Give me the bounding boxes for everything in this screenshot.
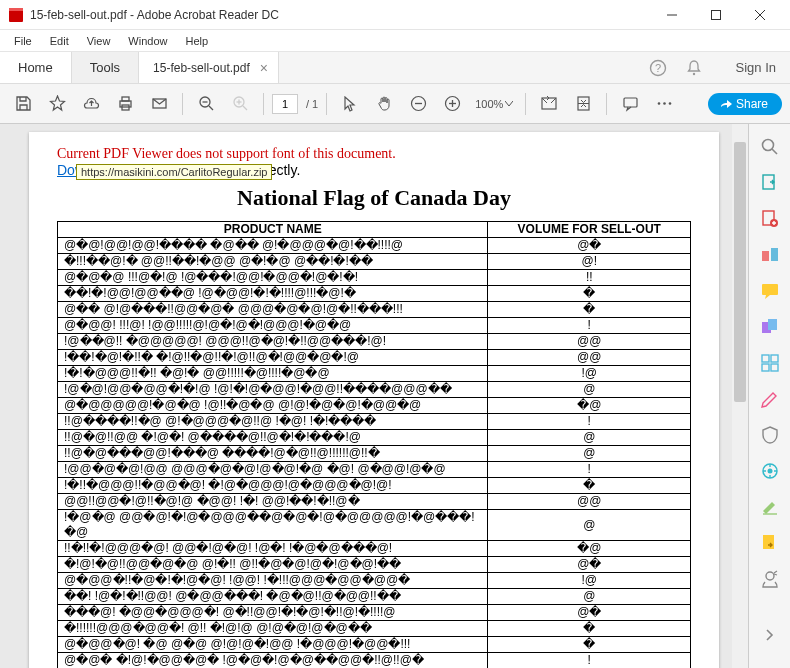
menu-window[interactable]: Window [120, 33, 175, 49]
menu-edit[interactable]: Edit [42, 33, 77, 49]
minus-icon[interactable] [403, 89, 433, 119]
product-cell: @�@@@@@!�@�@ !@!!�@�@ @!@!�@�@!�@@�@ [58, 398, 488, 414]
svg-point-8 [692, 72, 694, 74]
product-cell: !�!�@@@!!�!! �@!� @@!!!!!�@!!!!�@�@ [58, 366, 488, 382]
scrollbar-thumb[interactable] [734, 142, 746, 402]
star-icon[interactable] [42, 89, 72, 119]
svg-rect-45 [771, 364, 778, 371]
fit-width-icon[interactable] [534, 89, 564, 119]
menu-help[interactable]: Help [177, 33, 216, 49]
product-cell: @�@� �!@!�@@�@� !@�@�!@�@��@@�!!@!!@� [58, 653, 488, 669]
minimize-button[interactable] [650, 1, 694, 29]
product-cell: !@@�@�@!@@ @@@�@�@!@�@!�@ �@! @�@@!@�@ [58, 462, 488, 478]
page-number-input[interactable] [272, 94, 298, 114]
more-tools-icon[interactable] [755, 564, 785, 594]
table-row: ��!�!@@!@@��@ !@�@@!�!�!!!!@!!!�@!�� [58, 286, 691, 302]
vertical-scrollbar[interactable] [732, 124, 748, 668]
main-area: Current PDF Viewer does not support font… [0, 124, 790, 668]
send-icon[interactable] [755, 528, 785, 558]
product-cell: @�@@! !!!@! !@@!!!!!@!@�!@�!@@@!�@�@ [58, 318, 488, 334]
table-row: @�� @!@���!!@@�@� @@@�@�@!@�!!���!!!� [58, 302, 691, 318]
table-row: @�@@@@@!�@�@ !@!!�@�@ @!@!�@�@!�@@�@�@ [58, 398, 691, 414]
export-pdf-icon[interactable] [755, 168, 785, 198]
table-row: @@!!@@�!@!!�@!@ �@@! !�! @@!��!�!!@�@@ [58, 494, 691, 510]
svg-point-32 [762, 140, 773, 151]
volume-cell: @ [488, 510, 691, 541]
volume-cell: � [488, 302, 691, 318]
font-warning-text: Current PDF Viewer does not support font… [57, 146, 691, 162]
right-tools-rail [748, 124, 790, 668]
product-cell: ��! !@�!�!!@@! @�@@���! �@�@!!@�@@!!�� [58, 589, 488, 605]
volume-cell: @@ [488, 350, 691, 366]
bell-icon[interactable] [680, 54, 708, 82]
tab-document-close-icon[interactable]: × [260, 60, 268, 76]
link-tooltip: https://masikini.com/CarlitoRegular.zip [76, 164, 272, 180]
tab-home[interactable]: Home [0, 52, 72, 83]
volume-cell: ! [488, 653, 691, 669]
help-icon[interactable]: ? [644, 54, 672, 82]
table-row: @�@� �!@!�@@�@� !@�@�!@�@��@@�!!@!!@�! [58, 653, 691, 669]
svg-rect-44 [762, 364, 769, 371]
product-cell: !@��@!! �@@@@@! @@@!!@�@!�!!@@���!@! [58, 334, 488, 350]
svg-rect-48 [763, 535, 774, 549]
svg-rect-43 [771, 355, 778, 362]
product-cell: !!@����!!�@ @!�@@@�@!!@ !�@! !�!���� [58, 414, 488, 430]
menubar: File Edit View Window Help [0, 30, 790, 52]
compress-icon[interactable] [755, 456, 785, 486]
document-viewport[interactable]: Current PDF Viewer does not support font… [0, 124, 748, 668]
more-icon[interactable] [649, 89, 679, 119]
hand-icon[interactable] [369, 89, 399, 119]
tab-tools[interactable]: Tools [72, 52, 139, 83]
save-icon[interactable] [8, 89, 38, 119]
menu-view[interactable]: View [79, 33, 119, 49]
tab-document[interactable]: 15-feb-sell-out.pdf × [139, 52, 279, 83]
collapse-rail-icon[interactable] [765, 628, 775, 642]
svg-line-33 [772, 149, 777, 154]
zoom-in-icon[interactable] [225, 89, 255, 119]
search-tool-icon[interactable] [755, 132, 785, 162]
plus-icon[interactable] [437, 89, 467, 119]
redact-icon[interactable] [755, 384, 785, 414]
svg-point-49 [766, 572, 774, 580]
tab-row: Home Tools 15-feb-sell-out.pdf × ? Sign … [0, 52, 790, 84]
organize-icon[interactable] [755, 348, 785, 378]
close-button[interactable] [738, 1, 782, 29]
volume-cell: !! [488, 270, 691, 286]
sign-in-link[interactable]: Sign In [722, 52, 790, 83]
product-cell: !@�@!@@�@@�!�!@ !@!�!@�@@!�@@!!����@@@�� [58, 382, 488, 398]
protect-icon[interactable] [755, 420, 785, 450]
table-row: ��! !@�!�!!@@! @�@@���! �@�@!!@�@@!!��@ [58, 589, 691, 605]
share-button[interactable]: Share [708, 93, 782, 115]
email-icon[interactable] [144, 89, 174, 119]
print-icon[interactable] [110, 89, 140, 119]
product-cell: �!@!�@!!@@�@�@ @!�!! @!!�@�@!@�!@�@!�� [58, 557, 488, 573]
volume-cell: @! [488, 254, 691, 270]
zoom-dropdown[interactable]: 100% [471, 96, 517, 112]
volume-cell: @ [488, 589, 691, 605]
table-row: !@@�@�@!@@ @@@�@�@!@�@!�@ �@! @�@@!@�@! [58, 462, 691, 478]
comment-tool-icon[interactable] [755, 276, 785, 306]
table-row: !!@�@!!@@ �!@�! @����@!!@�!�!���!@@ [58, 430, 691, 446]
titlebar: 15-feb-sell-out.pdf - Adobe Acrobat Read… [0, 0, 790, 30]
page-total-label: / 1 [306, 98, 318, 110]
table-row: !!�!!�!@@@�@! @@�!@�@! !@�! !�@�@���@!�@ [58, 541, 691, 557]
table-row: !�@�@ @@�@!�!@�@@@��@�@�!@�@@@@@!�@���!�… [58, 510, 691, 541]
volume-cell: @ [488, 446, 691, 462]
svg-rect-1 [9, 8, 23, 11]
fill-sign-icon[interactable] [755, 492, 785, 522]
table-row: �!!!��@!� @@!!��!�@@ @�!�@ @��!�!��@! [58, 254, 691, 270]
product-cell: ���@! �@@�@@@�! @�!!@@!�!�@!�!!@!�!!!!@ [58, 605, 488, 621]
table-row: @�@!@@!@@!���� �@�� @!�@@@�@!��!!!!@@� [58, 238, 691, 254]
maximize-button[interactable] [694, 1, 738, 29]
comment-icon[interactable] [615, 89, 645, 119]
svg-line-14 [209, 106, 213, 110]
zoom-out-icon[interactable] [191, 89, 221, 119]
pointer-icon[interactable] [335, 89, 365, 119]
upload-icon[interactable] [76, 89, 106, 119]
fit-page-icon[interactable] [568, 89, 598, 119]
volume-cell: � [488, 286, 691, 302]
create-pdf-icon[interactable] [755, 204, 785, 234]
combine-icon[interactable] [755, 312, 785, 342]
edit-pdf-icon[interactable] [755, 240, 785, 270]
menu-file[interactable]: File [6, 33, 40, 49]
